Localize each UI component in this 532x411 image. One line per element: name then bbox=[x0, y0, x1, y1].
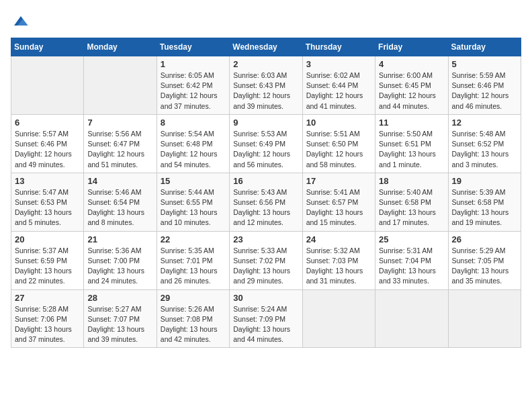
week-row-1: 1Sunrise: 6:05 AM Sunset: 6:42 PM Daylig… bbox=[11, 56, 521, 115]
calendar-cell: 29Sunrise: 5:26 AM Sunset: 7:08 PM Dayli… bbox=[157, 289, 229, 348]
day-number: 21 bbox=[87, 234, 152, 244]
calendar-cell: 18Sunrise: 5:40 AM Sunset: 6:58 PM Dayli… bbox=[375, 173, 448, 231]
day-info: Sunrise: 6:00 AM Sunset: 6:45 PM Dayligh… bbox=[379, 71, 444, 111]
day-info: Sunrise: 5:59 AM Sunset: 6:46 PM Dayligh… bbox=[452, 71, 517, 111]
calendar-cell: 24Sunrise: 5:32 AM Sunset: 7:03 PM Dayli… bbox=[302, 231, 375, 289]
calendar-cell: 30Sunrise: 5:24 AM Sunset: 7:09 PM Dayli… bbox=[230, 289, 302, 348]
day-number: 30 bbox=[233, 293, 298, 303]
day-info: Sunrise: 5:36 AM Sunset: 7:00 PM Dayligh… bbox=[87, 246, 152, 287]
day-header-tuesday: Tuesday bbox=[157, 38, 229, 56]
day-info: Sunrise: 6:03 AM Sunset: 6:43 PM Dayligh… bbox=[233, 71, 298, 111]
week-row-2: 6Sunrise: 5:57 AM Sunset: 6:46 PM Daylig… bbox=[11, 114, 521, 173]
day-number: 8 bbox=[161, 118, 226, 128]
day-number: 27 bbox=[15, 293, 80, 303]
day-number: 28 bbox=[87, 293, 152, 303]
day-number: 22 bbox=[161, 234, 226, 244]
day-number: 26 bbox=[452, 234, 517, 244]
logo bbox=[11, 11, 34, 31]
calendar-cell: 3Sunrise: 6:02 AM Sunset: 6:44 PM Daylig… bbox=[302, 56, 375, 115]
day-header-friday: Friday bbox=[375, 38, 448, 56]
day-info: Sunrise: 6:02 AM Sunset: 6:44 PM Dayligh… bbox=[306, 71, 371, 111]
calendar-cell: 13Sunrise: 5:47 AM Sunset: 6:53 PM Dayli… bbox=[11, 173, 84, 231]
week-row-3: 13Sunrise: 5:47 AM Sunset: 6:53 PM Dayli… bbox=[11, 173, 521, 231]
day-number: 20 bbox=[15, 234, 80, 244]
calendar-cell bbox=[448, 289, 521, 348]
calendar-cell: 17Sunrise: 5:41 AM Sunset: 6:57 PM Dayli… bbox=[302, 173, 375, 231]
calendar-cell: 26Sunrise: 5:29 AM Sunset: 7:05 PM Dayli… bbox=[448, 231, 521, 289]
day-number: 18 bbox=[379, 176, 444, 186]
week-row-4: 20Sunrise: 5:37 AM Sunset: 6:59 PM Dayli… bbox=[11, 231, 521, 289]
day-number: 3 bbox=[306, 59, 371, 69]
calendar-cell: 4Sunrise: 6:00 AM Sunset: 6:45 PM Daylig… bbox=[375, 56, 448, 115]
calendar-cell: 8Sunrise: 5:54 AM Sunset: 6:48 PM Daylig… bbox=[157, 114, 229, 173]
calendar-cell: 15Sunrise: 5:44 AM Sunset: 6:55 PM Dayli… bbox=[157, 173, 229, 231]
day-info: Sunrise: 5:26 AM Sunset: 7:08 PM Dayligh… bbox=[161, 304, 226, 345]
day-number: 25 bbox=[379, 234, 444, 244]
day-number: 11 bbox=[379, 118, 444, 128]
day-header-monday: Monday bbox=[84, 38, 157, 56]
day-number: 23 bbox=[233, 234, 298, 244]
calendar-cell: 19Sunrise: 5:39 AM Sunset: 6:58 PM Dayli… bbox=[448, 173, 521, 231]
day-info: Sunrise: 5:53 AM Sunset: 6:49 PM Dayligh… bbox=[233, 129, 298, 170]
day-header-wednesday: Wednesday bbox=[230, 38, 302, 56]
calendar-cell: 2Sunrise: 6:03 AM Sunset: 6:43 PM Daylig… bbox=[230, 56, 302, 115]
day-info: Sunrise: 5:29 AM Sunset: 7:05 PM Dayligh… bbox=[452, 246, 517, 287]
day-info: Sunrise: 5:41 AM Sunset: 6:57 PM Dayligh… bbox=[306, 187, 371, 228]
calendar-cell: 16Sunrise: 5:43 AM Sunset: 6:56 PM Dayli… bbox=[230, 173, 302, 231]
calendar-cell: 20Sunrise: 5:37 AM Sunset: 6:59 PM Dayli… bbox=[11, 231, 84, 289]
calendar-cell: 12Sunrise: 5:48 AM Sunset: 6:52 PM Dayli… bbox=[448, 114, 521, 173]
day-number: 4 bbox=[379, 59, 444, 69]
calendar-cell bbox=[302, 289, 375, 348]
calendar-cell bbox=[375, 289, 448, 348]
calendar-cell bbox=[11, 56, 84, 115]
day-info: Sunrise: 5:24 AM Sunset: 7:09 PM Dayligh… bbox=[233, 304, 298, 345]
calendar-cell: 25Sunrise: 5:31 AM Sunset: 7:04 PM Dayli… bbox=[375, 231, 448, 289]
day-info: Sunrise: 5:39 AM Sunset: 6:58 PM Dayligh… bbox=[452, 187, 517, 228]
calendar-cell: 5Sunrise: 5:59 AM Sunset: 6:46 PM Daylig… bbox=[448, 56, 521, 115]
day-info: Sunrise: 5:44 AM Sunset: 6:55 PM Dayligh… bbox=[161, 187, 226, 228]
days-header-row: SundayMondayTuesdayWednesdayThursdayFrid… bbox=[11, 38, 521, 56]
day-info: Sunrise: 5:50 AM Sunset: 6:51 PM Dayligh… bbox=[379, 129, 444, 170]
calendar-cell: 28Sunrise: 5:27 AM Sunset: 7:07 PM Dayli… bbox=[84, 289, 157, 348]
calendar-cell: 11Sunrise: 5:50 AM Sunset: 6:51 PM Dayli… bbox=[375, 114, 448, 173]
day-number: 6 bbox=[15, 118, 80, 128]
logo-icon bbox=[11, 11, 31, 31]
calendar-cell: 23Sunrise: 5:33 AM Sunset: 7:02 PM Dayli… bbox=[230, 231, 302, 289]
day-number: 14 bbox=[87, 176, 152, 186]
day-number: 29 bbox=[161, 293, 226, 303]
day-number: 13 bbox=[15, 176, 80, 186]
day-info: Sunrise: 5:54 AM Sunset: 6:48 PM Dayligh… bbox=[161, 129, 226, 170]
day-info: Sunrise: 5:51 AM Sunset: 6:50 PM Dayligh… bbox=[306, 129, 371, 170]
day-number: 15 bbox=[161, 176, 226, 186]
calendar-cell: 27Sunrise: 5:28 AM Sunset: 7:06 PM Dayli… bbox=[11, 289, 84, 348]
day-info: Sunrise: 5:48 AM Sunset: 6:52 PM Dayligh… bbox=[452, 129, 517, 170]
day-number: 7 bbox=[87, 118, 152, 128]
day-number: 10 bbox=[306, 118, 371, 128]
calendar-cell: 7Sunrise: 5:56 AM Sunset: 6:47 PM Daylig… bbox=[84, 114, 157, 173]
day-info: Sunrise: 5:37 AM Sunset: 6:59 PM Dayligh… bbox=[15, 246, 80, 287]
day-info: Sunrise: 5:32 AM Sunset: 7:03 PM Dayligh… bbox=[306, 246, 371, 287]
day-number: 16 bbox=[233, 176, 298, 186]
day-info: Sunrise: 5:28 AM Sunset: 7:06 PM Dayligh… bbox=[15, 304, 80, 345]
day-number: 9 bbox=[233, 118, 298, 128]
day-info: Sunrise: 6:05 AM Sunset: 6:42 PM Dayligh… bbox=[161, 71, 226, 111]
day-info: Sunrise: 5:56 AM Sunset: 6:47 PM Dayligh… bbox=[87, 129, 152, 170]
day-header-saturday: Saturday bbox=[448, 38, 521, 56]
calendar-cell: 14Sunrise: 5:46 AM Sunset: 6:54 PM Dayli… bbox=[84, 173, 157, 231]
calendar-cell: 9Sunrise: 5:53 AM Sunset: 6:49 PM Daylig… bbox=[230, 114, 302, 173]
day-info: Sunrise: 5:40 AM Sunset: 6:58 PM Dayligh… bbox=[379, 187, 444, 228]
day-number: 24 bbox=[306, 234, 371, 244]
day-info: Sunrise: 5:46 AM Sunset: 6:54 PM Dayligh… bbox=[87, 187, 152, 228]
day-info: Sunrise: 5:57 AM Sunset: 6:46 PM Dayligh… bbox=[15, 129, 80, 170]
day-info: Sunrise: 5:35 AM Sunset: 7:01 PM Dayligh… bbox=[161, 246, 226, 287]
day-number: 12 bbox=[452, 118, 517, 128]
day-number: 17 bbox=[306, 176, 371, 186]
calendar-cell bbox=[84, 56, 157, 115]
week-row-5: 27Sunrise: 5:28 AM Sunset: 7:06 PM Dayli… bbox=[11, 289, 521, 348]
day-info: Sunrise: 5:31 AM Sunset: 7:04 PM Dayligh… bbox=[379, 246, 444, 287]
calendar-cell: 1Sunrise: 6:05 AM Sunset: 6:42 PM Daylig… bbox=[157, 56, 229, 115]
day-info: Sunrise: 5:43 AM Sunset: 6:56 PM Dayligh… bbox=[233, 187, 298, 228]
calendar-cell: 22Sunrise: 5:35 AM Sunset: 7:01 PM Dayli… bbox=[157, 231, 229, 289]
day-info: Sunrise: 5:47 AM Sunset: 6:53 PM Dayligh… bbox=[15, 187, 80, 228]
calendar-table: SundayMondayTuesdayWednesdayThursdayFrid… bbox=[11, 38, 521, 348]
